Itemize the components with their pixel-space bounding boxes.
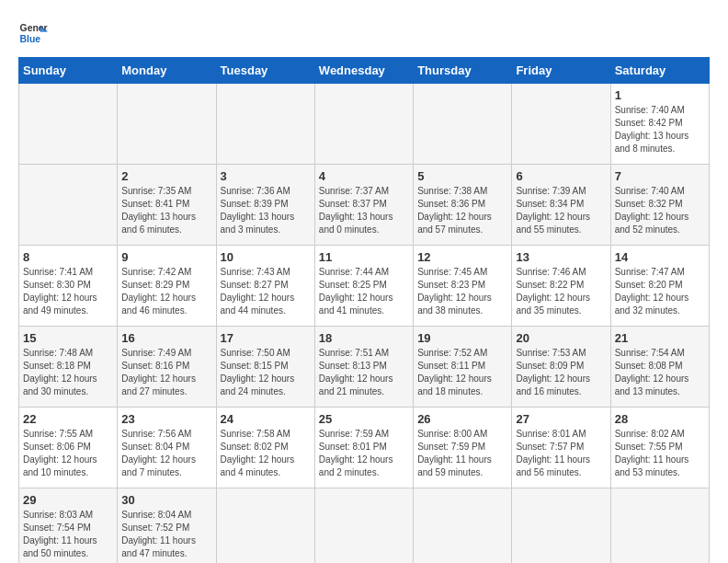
day-info: Sunrise: 7:36 AMSunset: 8:39 PMDaylight:… xyxy=(221,186,295,235)
day-header-saturday: Saturday xyxy=(610,58,709,84)
day-info: Sunrise: 7:54 AMSunset: 8:08 PMDaylight:… xyxy=(615,348,689,396)
day-header-friday: Friday xyxy=(512,58,610,84)
day-info: Sunrise: 7:43 AMSunset: 8:27 PMDaylight:… xyxy=(221,267,295,316)
empty-cell xyxy=(314,84,413,165)
day-number: 22 xyxy=(23,412,113,426)
day-cell-24: 24Sunrise: 7:58 AMSunset: 8:02 PMDayligh… xyxy=(216,408,314,488)
day-info: Sunrise: 7:51 AMSunset: 8:13 PMDaylight:… xyxy=(319,348,393,396)
day-info: Sunrise: 7:49 AMSunset: 8:16 PMDaylight:… xyxy=(121,348,196,396)
day-header-thursday: Thursday xyxy=(414,58,512,84)
day-info: Sunrise: 8:01 AMSunset: 7:57 PMDaylight:… xyxy=(516,429,590,477)
day-number: 10 xyxy=(221,250,311,264)
day-info: Sunrise: 7:42 AMSunset: 8:29 PMDaylight:… xyxy=(121,267,196,316)
day-cell-11: 11Sunrise: 7:44 AMSunset: 8:25 PMDayligh… xyxy=(314,246,413,327)
week-row-1: 1Sunrise: 7:40 AMSunset: 8:42 PMDaylight… xyxy=(19,84,710,165)
svg-text:Blue: Blue xyxy=(20,34,41,44)
day-number: 25 xyxy=(319,412,409,426)
day-number: 30 xyxy=(121,493,211,507)
day-number: 19 xyxy=(417,331,507,345)
day-info: Sunrise: 7:41 AMSunset: 8:30 PMDaylight:… xyxy=(23,267,97,316)
day-number: 26 xyxy=(417,412,507,426)
day-info: Sunrise: 7:48 AMSunset: 8:18 PMDaylight:… xyxy=(23,348,97,396)
day-cell-25: 25Sunrise: 7:59 AMSunset: 8:01 PMDayligh… xyxy=(314,408,413,488)
day-cell-16: 16Sunrise: 7:49 AMSunset: 8:16 PMDayligh… xyxy=(118,327,216,408)
day-header-sunday: Sunday xyxy=(19,58,118,84)
empty-cell xyxy=(414,84,512,165)
day-cell-29: 29Sunrise: 8:03 AMSunset: 7:54 PMDayligh… xyxy=(19,488,118,564)
day-cell-10: 10Sunrise: 7:43 AMSunset: 8:27 PMDayligh… xyxy=(216,246,314,327)
day-info: Sunrise: 8:00 AMSunset: 7:59 PMDaylight:… xyxy=(417,429,492,477)
day-cell-18: 18Sunrise: 7:51 AMSunset: 8:13 PMDayligh… xyxy=(314,327,413,408)
week-row-4: 15Sunrise: 7:48 AMSunset: 8:18 PMDayligh… xyxy=(19,327,710,408)
day-header-wednesday: Wednesday xyxy=(314,58,413,84)
day-header-tuesday: Tuesday xyxy=(216,58,314,84)
day-number: 13 xyxy=(516,250,606,264)
day-number: 1 xyxy=(615,88,705,102)
day-info: Sunrise: 7:40 AMSunset: 8:32 PMDaylight:… xyxy=(615,186,689,235)
day-number: 17 xyxy=(221,331,311,345)
day-header-monday: Monday xyxy=(118,58,216,84)
day-number: 21 xyxy=(615,331,705,345)
day-info: Sunrise: 7:37 AMSunset: 8:37 PMDaylight:… xyxy=(319,186,393,235)
week-row-3: 8Sunrise: 7:41 AMSunset: 8:30 PMDaylight… xyxy=(19,246,710,327)
day-info: Sunrise: 7:45 AMSunset: 8:23 PMDaylight:… xyxy=(417,267,492,316)
day-cell-15: 15Sunrise: 7:48 AMSunset: 8:18 PMDayligh… xyxy=(19,327,118,408)
day-number: 20 xyxy=(516,331,606,345)
day-cell-8: 8Sunrise: 7:41 AMSunset: 8:30 PMDaylight… xyxy=(19,246,118,327)
day-cell-1: 1Sunrise: 7:40 AMSunset: 8:42 PMDaylight… xyxy=(610,84,709,165)
day-number: 24 xyxy=(221,412,311,426)
week-row-6: 29Sunrise: 8:03 AMSunset: 7:54 PMDayligh… xyxy=(19,488,710,564)
day-info: Sunrise: 7:58 AMSunset: 8:02 PMDaylight:… xyxy=(221,429,295,477)
empty-cell xyxy=(19,84,118,165)
day-info: Sunrise: 8:04 AMSunset: 7:52 PMDaylight:… xyxy=(121,510,196,558)
day-cell-12: 12Sunrise: 7:45 AMSunset: 8:23 PMDayligh… xyxy=(414,246,512,327)
day-number: 7 xyxy=(615,169,705,183)
day-info: Sunrise: 7:56 AMSunset: 8:04 PMDaylight:… xyxy=(121,429,196,477)
logo-icon: General Blue xyxy=(18,18,48,48)
day-number: 29 xyxy=(23,493,113,507)
day-cell-13: 13Sunrise: 7:46 AMSunset: 8:22 PMDayligh… xyxy=(512,246,610,327)
day-number: 15 xyxy=(23,331,113,345)
day-number: 18 xyxy=(319,331,409,345)
day-number: 2 xyxy=(121,169,211,183)
day-cell-7: 7Sunrise: 7:40 AMSunset: 8:32 PMDaylight… xyxy=(610,165,709,246)
day-cell-4: 4Sunrise: 7:37 AMSunset: 8:37 PMDaylight… xyxy=(314,165,413,246)
week-row-2: 2Sunrise: 7:35 AMSunset: 8:41 PMDaylight… xyxy=(19,165,710,246)
day-cell-19: 19Sunrise: 7:52 AMSunset: 8:11 PMDayligh… xyxy=(414,327,512,408)
empty-cell xyxy=(314,488,413,564)
empty-cell xyxy=(216,488,314,564)
day-info: Sunrise: 7:52 AMSunset: 8:11 PMDaylight:… xyxy=(417,348,492,396)
day-cell-23: 23Sunrise: 7:56 AMSunset: 8:04 PMDayligh… xyxy=(118,408,216,488)
day-cell-21: 21Sunrise: 7:54 AMSunset: 8:08 PMDayligh… xyxy=(610,327,709,408)
day-info: Sunrise: 7:38 AMSunset: 8:36 PMDaylight:… xyxy=(417,186,492,235)
day-number: 12 xyxy=(417,250,507,264)
day-number: 3 xyxy=(221,169,311,183)
empty-cell xyxy=(414,488,512,564)
day-cell-6: 6Sunrise: 7:39 AMSunset: 8:34 PMDaylight… xyxy=(512,165,610,246)
day-info: Sunrise: 7:46 AMSunset: 8:22 PMDaylight:… xyxy=(516,267,590,316)
day-number: 9 xyxy=(121,250,211,264)
day-number: 8 xyxy=(23,250,113,264)
empty-cell xyxy=(19,165,118,246)
empty-cell xyxy=(118,84,216,165)
day-number: 5 xyxy=(417,169,507,183)
day-cell-14: 14Sunrise: 7:47 AMSunset: 8:20 PMDayligh… xyxy=(610,246,709,327)
day-number: 23 xyxy=(121,412,211,426)
day-info: Sunrise: 7:50 AMSunset: 8:15 PMDaylight:… xyxy=(221,348,295,396)
empty-cell xyxy=(512,488,610,564)
week-row-5: 22Sunrise: 7:55 AMSunset: 8:06 PMDayligh… xyxy=(19,408,710,488)
day-cell-9: 9Sunrise: 7:42 AMSunset: 8:29 PMDaylight… xyxy=(118,246,216,327)
day-cell-30: 30Sunrise: 8:04 AMSunset: 7:52 PMDayligh… xyxy=(118,488,216,564)
day-info: Sunrise: 7:47 AMSunset: 8:20 PMDaylight:… xyxy=(615,267,689,316)
day-cell-22: 22Sunrise: 7:55 AMSunset: 8:06 PMDayligh… xyxy=(19,408,118,488)
day-cell-5: 5Sunrise: 7:38 AMSunset: 8:36 PMDaylight… xyxy=(414,165,512,246)
day-cell-20: 20Sunrise: 7:53 AMSunset: 8:09 PMDayligh… xyxy=(512,327,610,408)
days-header-row: SundayMondayTuesdayWednesdayThursdayFrid… xyxy=(19,58,710,84)
day-info: Sunrise: 7:35 AMSunset: 8:41 PMDaylight:… xyxy=(121,186,196,235)
day-cell-28: 28Sunrise: 8:02 AMSunset: 7:55 PMDayligh… xyxy=(610,408,709,488)
empty-cell xyxy=(610,488,709,564)
page-header: General Blue xyxy=(18,18,710,48)
logo: General Blue xyxy=(18,18,51,48)
empty-cell xyxy=(512,84,610,165)
day-number: 6 xyxy=(516,169,606,183)
